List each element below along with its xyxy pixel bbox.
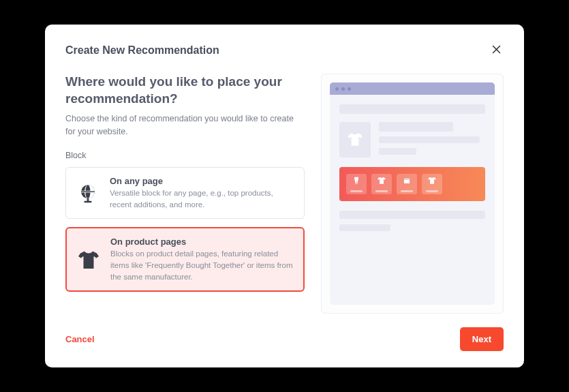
close-button[interactable] (489, 42, 504, 59)
option-any-page[interactable]: On any page Versatile block for any page… (65, 167, 305, 219)
option-product-pages[interactable]: On product pages Blocks on product detai… (65, 227, 305, 292)
placeholder-line (339, 211, 485, 219)
recommendation-strip (339, 167, 485, 201)
placeholder-line (339, 224, 390, 231)
left-column: Where would you like to place your recom… (65, 74, 305, 314)
tshirt-icon (76, 237, 101, 282)
modal-body: Where would you like to place your recom… (65, 74, 504, 314)
browser-content (330, 95, 495, 246)
option-content: On product pages Blocks on product detai… (110, 237, 294, 282)
option-desc: Versatile block for any page, e.g., top … (110, 187, 294, 210)
create-recommendation-modal: Create New Recommendation Where would yo… (45, 25, 524, 367)
placeholder-line (401, 190, 413, 192)
reco-item (422, 174, 442, 194)
modal-footer: Cancel Next (65, 327, 504, 351)
modal-header: Create New Recommendation (65, 42, 504, 59)
svg-rect-6 (84, 201, 91, 203)
next-button[interactable]: Next (460, 327, 504, 351)
svg-rect-4 (81, 192, 95, 192)
browser-titlebar (330, 82, 495, 95)
globe-icon (76, 176, 100, 210)
block-label: Block (65, 151, 305, 160)
placeholder-line (379, 148, 416, 155)
placeholder-line (426, 190, 438, 192)
window-dot-icon (341, 87, 345, 91)
product-image-placeholder (339, 122, 371, 157)
preview-panel (321, 74, 504, 314)
svg-rect-8 (404, 179, 410, 180)
window-dot-icon (335, 87, 339, 91)
reco-item (371, 174, 392, 194)
box-icon (402, 176, 412, 188)
window-dot-icon (348, 87, 351, 91)
product-text-placeholder (379, 122, 485, 157)
modal-title: Create New Recommendation (65, 44, 219, 57)
heading: Where would you like to place your recom… (65, 74, 305, 107)
option-content: On any page Versatile block for any page… (110, 176, 294, 210)
placeholder-line (350, 190, 363, 192)
bottom-placeholder (339, 211, 485, 231)
product-row (339, 122, 485, 157)
pants-icon (352, 176, 361, 188)
placeholder-line (379, 122, 453, 132)
browser-mock (330, 82, 495, 305)
option-title: On product pages (110, 237, 294, 247)
placeholder-bar (339, 104, 485, 114)
tshirt-icon (377, 176, 386, 188)
option-desc: Blocks on product detail pages, featurin… (110, 248, 294, 282)
tshirt-icon (427, 176, 437, 188)
subtext: Choose the kind of recommendation you wo… (65, 112, 305, 138)
close-icon (491, 47, 502, 57)
placeholder-line (375, 190, 388, 192)
cancel-button[interactable]: Cancel (65, 334, 95, 344)
option-title: On any page (110, 176, 294, 186)
reco-item (346, 174, 367, 194)
reco-item (397, 174, 417, 194)
placeholder-line (379, 136, 480, 143)
